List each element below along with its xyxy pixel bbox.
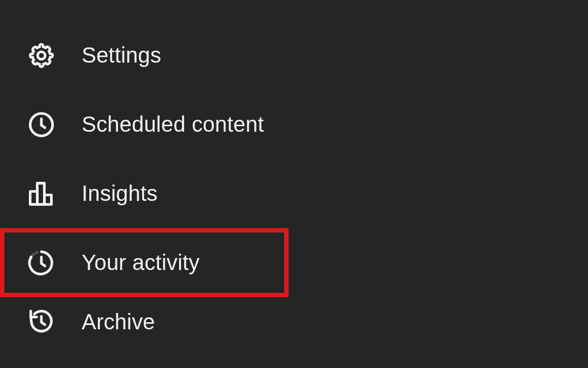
- menu-item-label: Scheduled content: [82, 112, 264, 137]
- svg-point-0: [38, 52, 45, 59]
- gear-icon: [27, 41, 56, 70]
- svg-rect-4: [44, 195, 51, 204]
- menu-item-your-activity[interactable]: Your activity: [0, 228, 289, 297]
- menu-list: Settings Scheduled content Insights: [0, 0, 588, 346]
- menu-item-label: Insights: [82, 181, 157, 206]
- menu-item-label: Settings: [82, 43, 161, 68]
- menu-item-scheduled-content[interactable]: Scheduled content: [0, 90, 588, 159]
- clock-icon: [27, 111, 56, 139]
- history-icon: [27, 308, 56, 336]
- menu-item-insights[interactable]: Insights: [0, 159, 588, 228]
- menu-item-settings[interactable]: Settings: [0, 21, 588, 90]
- menu-item-archive[interactable]: Archive: [0, 297, 588, 346]
- bar-chart-icon: [27, 180, 56, 208]
- activity-clock-icon: [27, 249, 56, 277]
- menu-item-label: Your activity: [82, 250, 200, 275]
- menu-item-label: Archive: [82, 310, 155, 334]
